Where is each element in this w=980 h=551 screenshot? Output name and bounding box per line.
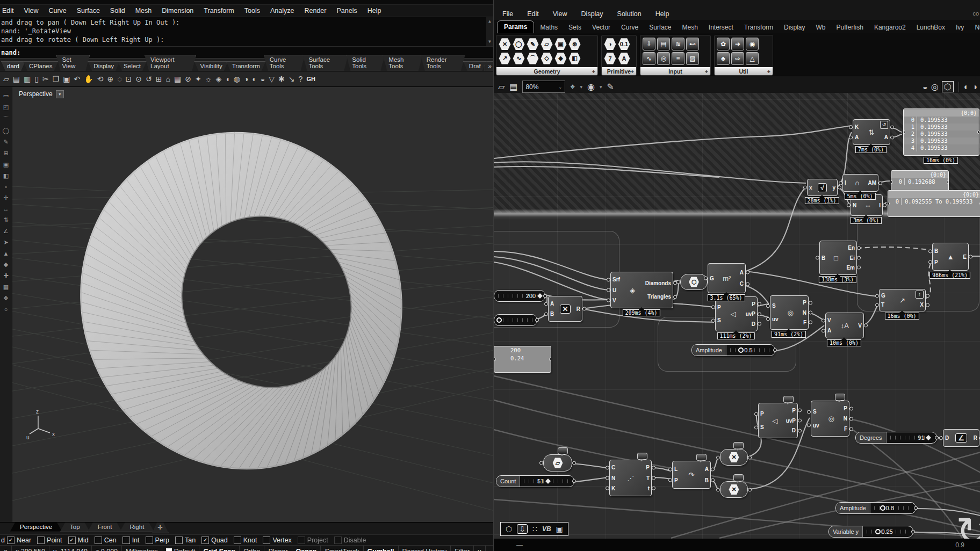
preview-eye-icon[interactable]: ◉: [587, 82, 595, 92]
toolbar-icon-17[interactable]: ▦: [174, 75, 181, 83]
output-port[interactable]: P: [784, 408, 797, 414]
toolbar-tab-render-tools[interactable]: Render Tools: [421, 55, 465, 71]
toolbar-icon-2[interactable]: ▥: [24, 75, 31, 83]
input-port[interactable]: L: [673, 466, 680, 472]
panel-output-port[interactable]: [977, 130, 979, 134]
gh-tab-display[interactable]: Display: [779, 22, 810, 33]
component-icon-input-0[interactable]: ⇩: [643, 38, 655, 50]
input-port[interactable]: C: [610, 465, 617, 470]
panel-output-port[interactable]: [947, 180, 949, 184]
output-port[interactable]: t: [644, 485, 651, 491]
toolbar-icon-26[interactable]: ◒: [261, 75, 265, 83]
output-port[interactable]: R: [575, 306, 582, 312]
output-port[interactable]: uvP: [784, 418, 797, 424]
gh-tab-wb[interactable]: Wb: [811, 22, 830, 33]
output-port[interactable]: T: [644, 475, 651, 481]
status-millimeters[interactable]: Millimeters: [122, 546, 162, 551]
osnap-perp[interactable]: Perp: [146, 536, 169, 544]
output-port[interactable]: R: [972, 435, 979, 441]
osnap-vertex[interactable]: Vertex: [263, 536, 291, 544]
status-x-290-550[interactable]: x 290.550: [12, 546, 49, 551]
gh-node-6[interactable]: GT↗GX↑: [879, 289, 926, 311]
save-file-icon[interactable]: ▤: [509, 82, 517, 92]
dropdown-caret-icon[interactable]: ▾: [580, 84, 582, 90]
node-button-icon[interactable]: ↺: [880, 121, 888, 129]
toolbar-icon-15[interactable]: ⊞: [156, 75, 162, 83]
gh-node-8[interactable]: ⬡: [680, 274, 708, 290]
osnap-tan[interactable]: Tan: [175, 536, 196, 544]
gh-node-7[interactable]: SrfUV◈DiamondsTriangles: [610, 272, 673, 308]
toolbar-tab-draf[interactable]: Draf: [463, 61, 487, 71]
output-port[interactable]: Triangles: [644, 294, 673, 300]
input-port[interactable]: D: [943, 435, 950, 441]
component-icon-geometry-10[interactable]: ◆: [554, 52, 567, 64]
toolbar-icon-0[interactable]: ▱: [3, 75, 9, 83]
input-port[interactable]: [720, 487, 724, 492]
toolbar-icon-22[interactable]: ◖: [225, 75, 229, 83]
toolbar-icon-13[interactable]: ⊙: [135, 75, 142, 83]
component-icon-primitive-2[interactable]: 7: [604, 52, 616, 64]
menu-render[interactable]: Render: [304, 7, 326, 15]
output-port[interactable]: P: [644, 465, 651, 470]
output-port[interactable]: A: [738, 270, 745, 276]
osnap-checkbox-mid[interactable]: ✓: [68, 536, 76, 544]
gh-node-5[interactable]: BP▲E: [932, 243, 969, 271]
gh-node-0[interactable]: KA⇅KA↺: [853, 119, 890, 145]
input-port[interactable]: P: [759, 411, 766, 417]
menu-edit[interactable]: Edit: [2, 7, 14, 15]
osnap-checkbox-int[interactable]: [122, 536, 130, 544]
output-port[interactable]: B: [703, 477, 710, 483]
component-icon-geometry-4[interactable]: ▣: [554, 38, 567, 50]
slider-track[interactable]: 0.25: [863, 526, 913, 537]
slider-output-port[interactable]: [535, 318, 539, 322]
toolbar-icon-25[interactable]: ◐: [252, 75, 256, 83]
component-icon-geometry-7[interactable]: ∿: [513, 52, 525, 64]
toolbar-icon-23[interactable]: ◍: [234, 75, 240, 83]
input-port[interactable]: S: [811, 409, 821, 415]
gh-node-13[interactable]: AB✕R: [548, 296, 582, 322]
component-icon-util-0[interactable]: ✿: [717, 38, 730, 50]
gh-menu-file[interactable]: File: [502, 10, 513, 18]
viewport-tab-perspective[interactable]: Perspective: [10, 523, 62, 532]
input-port[interactable]: [681, 279, 684, 285]
toolbar-icon-12[interactable]: ⊡: [126, 75, 132, 83]
gh-slider-Variable y[interactable]: Variable y0.25: [828, 526, 913, 538]
gh-menu-edit[interactable]: Edit: [527, 10, 539, 18]
gh-node-20[interactable]: Suv◎PNF: [811, 401, 849, 437]
output-port[interactable]: A: [883, 134, 890, 140]
component-icon-input-4[interactable]: ∿: [643, 52, 655, 65]
gh-tab-sets[interactable]: Sets: [564, 22, 586, 33]
component-icon-input-7[interactable]: ▨: [686, 52, 699, 65]
input-port[interactable]: G: [708, 276, 716, 281]
side-toolbar-icon-3[interactable]: ◯: [3, 127, 9, 134]
side-toolbar-icon-18[interactable]: ❖: [3, 295, 9, 302]
input-port[interactable]: uv: [770, 316, 780, 322]
viewport-title-dropdown[interactable]: ▾: [56, 90, 64, 98]
gh-panel-3[interactable]: 2000.24: [494, 346, 551, 373]
status-smarttrack[interactable]: SmartTrack: [321, 546, 363, 551]
gh-tab-params[interactable]: Params: [497, 20, 534, 33]
component-icon-primitive-3[interactable]: A: [618, 52, 630, 64]
gh-tab-transform[interactable]: Transform: [739, 22, 778, 33]
slider-output-port[interactable]: [773, 349, 777, 352]
gh-node-15[interactable]: CNK⋰PTt: [609, 460, 652, 496]
toolbar-icon-18[interactable]: ⊘: [185, 75, 191, 83]
input-port[interactable]: N: [610, 475, 617, 481]
toolbar-tab-display[interactable]: Display: [88, 61, 120, 71]
ribbon-group-expand-icon[interactable]: +: [592, 68, 595, 75]
output-port[interactable]: X: [918, 302, 925, 308]
slider-output-port[interactable]: [911, 530, 915, 534]
osnap-checkbox-disable[interactable]: [334, 536, 342, 544]
input-port[interactable]: B: [549, 311, 556, 317]
toolbar-icon-30[interactable]: ?: [299, 75, 303, 83]
input-port[interactable]: P: [673, 477, 680, 483]
gh-slider-Amplitude[interactable]: Amplitude0.5: [691, 344, 775, 356]
osnap-checkbox-quad[interactable]: ✓: [201, 536, 209, 544]
grasshopper-launch-button[interactable]: GH: [306, 76, 315, 82]
output-port[interactable]: uvP: [744, 311, 757, 317]
display-mode-icon-0[interactable]: ◐: [964, 82, 969, 92]
component-icon-input-6[interactable]: ≡: [672, 52, 684, 65]
gh-panel-0[interactable]: {0;0}00.19953310.19953320.19953330.19953…: [903, 108, 979, 156]
toolbar-icon-29[interactable]: ↘: [289, 75, 295, 83]
toolbar-icon-8[interactable]: ✋: [84, 75, 93, 83]
